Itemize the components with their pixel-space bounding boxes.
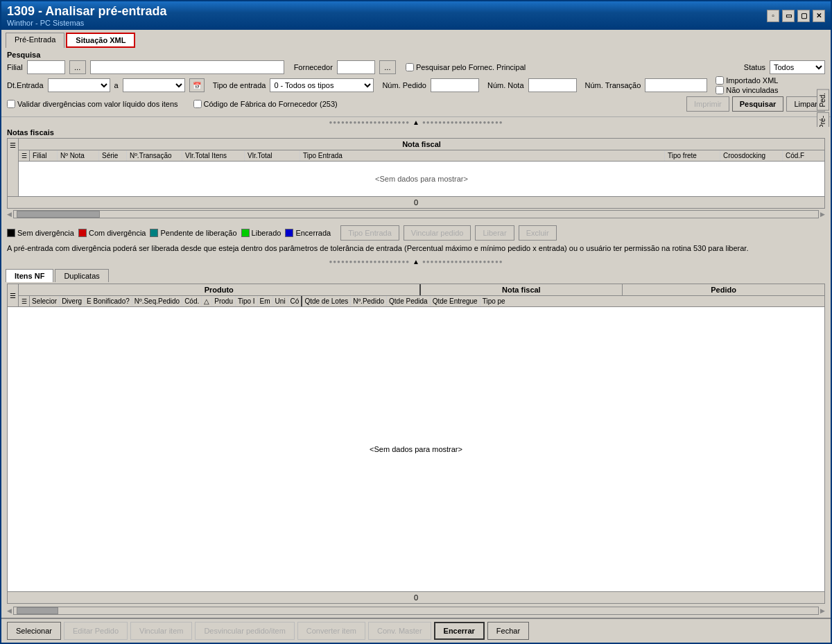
items-scroll-h[interactable] bbox=[13, 607, 819, 615]
search-panel: Pesquisa Filial ... Fornecedor ... bbox=[1, 48, 831, 117]
dt-entrada-from-select[interactable] bbox=[48, 78, 110, 92]
nao-vinculadas-label: Não vinculadas bbox=[726, 86, 778, 94]
importado-xml-checkbox[interactable] bbox=[716, 76, 724, 85]
pesquisar-button[interactable]: Pesquisar bbox=[732, 96, 784, 112]
filial-desc-input[interactable] bbox=[90, 60, 284, 74]
notas-fiscais-columns: ☰ Filial Nº Nota Série Nº.Transação Vlr.… bbox=[19, 150, 824, 162]
num-transacao-input[interactable] bbox=[645, 78, 707, 92]
col-tipo-i: Tipo I bbox=[236, 296, 258, 306]
col-menu-icon[interactable]: ☰ bbox=[21, 153, 27, 159]
legend-box-blue bbox=[285, 229, 293, 237]
col-croosdocking: Croosdocking bbox=[720, 150, 783, 161]
vincular-pedido-button[interactable]: Vincular pedido bbox=[404, 225, 471, 241]
search-row-2: Dt.Entrada a 📅 Tipo de entrada 0 - Todos… bbox=[7, 76, 825, 94]
validar-checkbox[interactable] bbox=[7, 100, 15, 108]
legend-box-red bbox=[78, 229, 87, 237]
desvincular-button[interactable]: Desvincular pedido/item bbox=[195, 622, 294, 640]
tab-situacao-xml[interactable]: Situação XML bbox=[66, 33, 135, 48]
tab-itens-nf[interactable]: Itens NF bbox=[6, 269, 53, 282]
status-label: Status bbox=[744, 63, 765, 71]
pesquisar-fornec-check[interactable]: Pesquisar pelo Fornec. Principal bbox=[406, 63, 526, 71]
importado-xml-label: Importado XML bbox=[726, 76, 778, 85]
close-button[interactable]: ✕ bbox=[813, 10, 825, 22]
items-grid-body: <Sem dados para mostrar> bbox=[8, 307, 824, 591]
notas-fiscais-label: Notas fiscais bbox=[7, 128, 825, 137]
restore-button[interactable]: ▭ bbox=[782, 10, 795, 22]
status-select[interactable]: Todos bbox=[770, 60, 825, 74]
side-panel: Ped. Pré- bbox=[817, 89, 831, 132]
main-window: 1309 - Analisar pré-entrada Winthor - PC… bbox=[0, 0, 832, 644]
liberar-button[interactable]: Liberar bbox=[475, 225, 514, 241]
fornecedor-lookup-button[interactable]: ... bbox=[379, 60, 396, 74]
grid-menu-icon[interactable]: ☰ bbox=[10, 141, 16, 149]
pedido-header: Pedido bbox=[623, 284, 824, 295]
legend-row: Sem divergência Com divergência Pendente… bbox=[7, 225, 825, 241]
importado-xml-check[interactable]: Importado XML bbox=[716, 76, 778, 85]
main-content: Pré-Entrada Situação XML Pesquisa Filial… bbox=[1, 30, 831, 643]
imprimir-button[interactable]: Imprimir bbox=[686, 96, 729, 112]
fornecedor-label: Fornecedor bbox=[294, 63, 333, 71]
conv-master-button[interactable]: Conv. Master bbox=[368, 622, 431, 640]
info-text: A pré-entrada com divergência poderá ser… bbox=[7, 243, 825, 254]
pesquisar-fornec-checkbox[interactable] bbox=[406, 63, 414, 71]
minimize-button[interactable]: ▫ bbox=[767, 10, 779, 22]
items-col-menu-icon[interactable]: ☰ bbox=[21, 298, 27, 305]
filial-lookup-button[interactable]: ... bbox=[69, 60, 86, 74]
num-nota-label: Núm. Nota bbox=[487, 81, 524, 89]
fornecedor-input[interactable] bbox=[337, 60, 375, 74]
encerrar-button[interactable]: Encerrar bbox=[434, 622, 485, 640]
tipo-entrada-label: Tipo de entrada bbox=[213, 81, 266, 89]
filial-input[interactable] bbox=[27, 60, 65, 74]
selecionar-button[interactable]: Selecionar bbox=[7, 622, 61, 640]
editar-pedido-button[interactable]: Editar Pedido bbox=[64, 622, 128, 640]
items-no-data-label: <Sem dados para mostrar> bbox=[370, 445, 462, 453]
collapse-bar-1[interactable]: ●●●●●●●●●●●●●●●●●●●● ▲ ●●●●●●●●●●●●●●●●●… bbox=[1, 117, 831, 127]
num-nota-input[interactable] bbox=[528, 78, 577, 92]
num-pedido-label: Núm. Pedido bbox=[382, 81, 426, 89]
lower-tabs-bar: Itens NF Duplicatas bbox=[1, 266, 831, 282]
tipo-entrada-button[interactable]: Tipo Entrada bbox=[340, 225, 399, 241]
scroll-thumb-1[interactable] bbox=[17, 211, 100, 218]
window-subtitle: Winthor - PC Sistemas bbox=[7, 19, 166, 27]
validar-check[interactable]: Validar divergências com valor líquido d… bbox=[7, 100, 178, 108]
notas-scroll-h[interactable] bbox=[13, 210, 819, 218]
num-transacao-label: Núm. Transação bbox=[585, 81, 641, 89]
col-selecionar: Selecior bbox=[30, 296, 60, 306]
num-pedido-input[interactable] bbox=[431, 78, 479, 92]
col-uni: Uni bbox=[273, 296, 288, 306]
tipo-entrada-select[interactable]: 0 - Todos os tipos bbox=[270, 78, 374, 92]
nao-vinculadas-check[interactable]: Não vinculadas bbox=[716, 86, 778, 94]
col-co: Có bbox=[288, 296, 303, 306]
excluir-button[interactable]: Excluir bbox=[519, 225, 557, 241]
dt-entrada-to-select[interactable] bbox=[123, 78, 185, 92]
codigo-fabrica-check[interactable]: Código de Fábrica do Fornecedor (253) bbox=[193, 100, 338, 108]
search-row-1: Filial ... Fornecedor ... Pesquisar pelo… bbox=[7, 60, 825, 74]
nota-fiscal-header: Nota fiscal bbox=[19, 139, 824, 150]
main-tabs-bar: Pré-Entrada Situação XML bbox=[1, 30, 831, 48]
col-n-seq-pedido: Nº.Seq.Pedido bbox=[132, 296, 182, 306]
collapse-bar-2[interactable]: ●●●●●●●●●●●●●●●●●●●● ▲ ●●●●●●●●●●●●●●●●●… bbox=[1, 256, 831, 266]
search-section-label: Pesquisa bbox=[7, 51, 825, 59]
calendar-button[interactable]: 📅 bbox=[189, 78, 205, 92]
legend-section: Sem divergência Com divergência Pendente… bbox=[1, 221, 831, 256]
produto-header: Produto bbox=[19, 284, 421, 295]
tab-pre-entrada[interactable]: Pré-Entrada bbox=[6, 33, 64, 48]
nao-vinculadas-checkbox[interactable] bbox=[716, 86, 724, 94]
fechar-button[interactable]: Fechar bbox=[487, 622, 529, 640]
converter-item-button[interactable]: Converter item bbox=[297, 622, 365, 640]
side-tab-ped[interactable]: Ped. bbox=[817, 89, 829, 111]
codigo-fabrica-checkbox[interactable] bbox=[193, 100, 202, 108]
col-vlr-total-itens: Vlr.Total Itens bbox=[182, 150, 245, 161]
col-cod-f: Cód.F bbox=[783, 150, 824, 161]
items-grid-menu-icon[interactable]: ☰ bbox=[10, 292, 16, 299]
maximize-button[interactable]: ▢ bbox=[797, 10, 810, 22]
legend-liberado: Liberado bbox=[241, 229, 281, 237]
scroll-row-2: ◀ ▶ bbox=[7, 607, 825, 615]
items-grid: ☰ Produto Nota fiscal Pedido ☰ bbox=[7, 284, 825, 604]
scroll-thumb-2[interactable] bbox=[17, 607, 58, 614]
scroll-row-1: ◀ ▶ bbox=[7, 210, 825, 218]
col-e-bonificado: E Bonificado? bbox=[85, 296, 132, 306]
vincular-item-button[interactable]: Vincular item bbox=[130, 622, 192, 640]
legend-box-black bbox=[7, 229, 15, 237]
tab-duplicatas[interactable]: Duplicatas bbox=[55, 269, 108, 282]
